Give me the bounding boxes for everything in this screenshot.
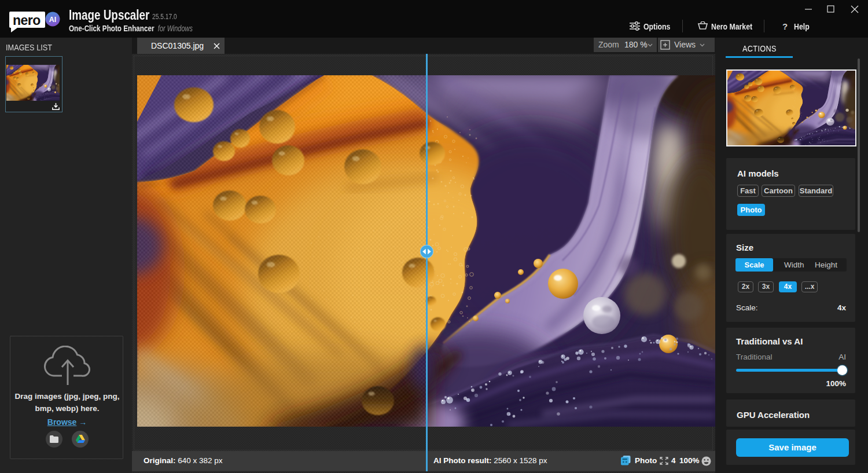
svg-text:AI: AI [49, 16, 57, 24]
svg-text:nero: nero [13, 13, 41, 28]
